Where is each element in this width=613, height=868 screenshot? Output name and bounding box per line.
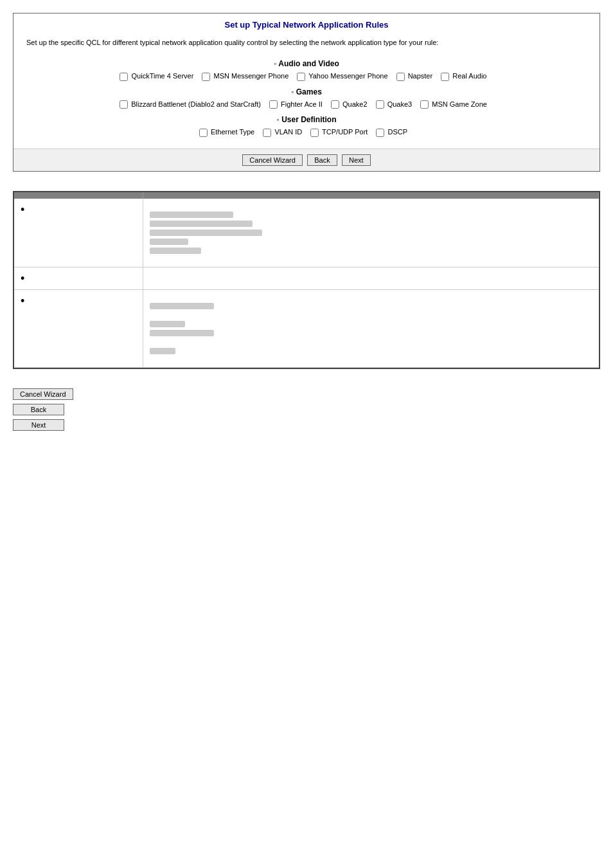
section-audio-video-title: Audio and Video	[21, 59, 592, 68]
table-cell-bullet-3: •	[14, 289, 143, 367]
checkbox-blizzard-input[interactable]	[120, 100, 128, 109]
wizard-body: Set up the specific QCL for different ty…	[13, 33, 600, 149]
checkbox-quake3-input[interactable]	[376, 100, 384, 109]
checkbox-dscp-input[interactable]	[376, 129, 384, 137]
table-header-col2	[143, 192, 599, 199]
table-cell-content-3	[143, 289, 599, 367]
checkbox-msn-phone-input[interactable]	[202, 73, 210, 81]
checkbox-napster-input[interactable]	[396, 73, 405, 81]
spacer-3c	[150, 357, 592, 362]
cancel-wizard-button-bottom[interactable]: Cancel Wizard	[13, 388, 73, 400]
checkbox-real-audio-input[interactable]	[441, 73, 449, 81]
section-games-title: Games	[21, 87, 592, 96]
gray-bar-1e	[150, 248, 201, 254]
back-button-bottom[interactable]: Back	[13, 404, 64, 415]
table-header-col1	[14, 192, 143, 199]
checkbox-blizzard[interactable]: Blizzard Battlenet (Diablo2 and StarCraf…	[120, 100, 261, 108]
checkbox-quake2[interactable]: Quake2	[331, 100, 368, 108]
checkbox-quake3[interactable]: Quake3	[376, 100, 413, 108]
wizard-description: Set up the specific QCL for different ty…	[21, 39, 592, 53]
table-cell-content-2	[143, 267, 599, 289]
gray-bar-1d	[150, 239, 188, 245]
table-section: • • •	[13, 191, 600, 369]
next-button-bottom[interactable]: Next	[13, 419, 64, 431]
gray-bar-3b	[150, 321, 185, 327]
gray-bar-1c	[150, 230, 262, 236]
checkbox-quicktime[interactable]: QuickTime 4 Server	[120, 72, 193, 80]
table-row: •	[14, 289, 599, 367]
spacer-1	[150, 257, 592, 262]
table-cell-content-1	[143, 199, 599, 267]
checkbox-msn-game-zone-input[interactable]	[420, 100, 429, 109]
table-cell-bullet-2: •	[14, 267, 143, 289]
audio-video-checkboxes: QuickTime 4 Server MSN Messenger Phone Y…	[21, 72, 592, 81]
checkbox-yahoo-phone-input[interactable]	[297, 73, 305, 81]
table-cell-bullet-1: •	[14, 199, 143, 267]
checkbox-quake2-input[interactable]	[331, 100, 339, 109]
spacer-3a	[150, 312, 592, 318]
checkbox-vlan-id[interactable]: VLAN ID	[263, 128, 302, 136]
checkbox-msn-phone[interactable]: MSN Messenger Phone	[202, 72, 289, 80]
games-checkboxes: Blizzard Battlenet (Diablo2 and StarCraf…	[21, 100, 592, 109]
checkbox-ethernet-type-input[interactable]	[199, 129, 208, 137]
gray-bar-3a	[150, 303, 214, 309]
checkbox-fighter-ace[interactable]: Fighter Ace II	[269, 100, 323, 108]
checkbox-ethernet-type[interactable]: Ethernet Type	[199, 128, 254, 136]
checkbox-tcp-udp-port-input[interactable]	[310, 129, 319, 137]
user-def-checkboxes: Ethernet Type VLAN ID TCP/UDP Port DSCP	[21, 128, 592, 137]
gray-bar-3d	[150, 348, 175, 354]
next-button-top[interactable]: Next	[342, 154, 371, 166]
wizard-footer: Cancel Wizard Back Next	[13, 149, 600, 171]
checkbox-quicktime-input[interactable]	[120, 73, 128, 81]
table-row: •	[14, 267, 599, 289]
spacer-3b	[150, 339, 592, 345]
table-row: •	[14, 199, 599, 267]
checkbox-yahoo-phone[interactable]: Yahoo Messenger Phone	[297, 72, 387, 80]
checkbox-vlan-id-input[interactable]	[263, 129, 271, 137]
checkbox-msn-game-zone[interactable]: MSN Game Zone	[420, 100, 487, 108]
gray-bar-1a	[150, 212, 233, 218]
checkbox-real-audio[interactable]: Real Audio	[441, 72, 486, 80]
checkbox-tcp-udp-port[interactable]: TCP/UDP Port	[310, 128, 368, 136]
wizard-title: Set up Typical Network Application Rules	[13, 14, 600, 33]
section-user-def-title: User Definition	[21, 115, 592, 124]
cancel-wizard-button-top[interactable]: Cancel Wizard	[242, 154, 303, 166]
gray-bar-3c	[150, 330, 214, 336]
checkbox-fighter-ace-input[interactable]	[269, 100, 278, 109]
back-button-top[interactable]: Back	[307, 154, 337, 166]
bottom-buttons: Cancel Wizard Back Next	[13, 388, 600, 431]
checkbox-dscp[interactable]: DSCP	[376, 128, 407, 136]
checkbox-napster[interactable]: Napster	[396, 72, 433, 80]
gray-bar-1b	[150, 221, 253, 227]
wizard-panel: Set up Typical Network Application Rules…	[13, 13, 600, 172]
